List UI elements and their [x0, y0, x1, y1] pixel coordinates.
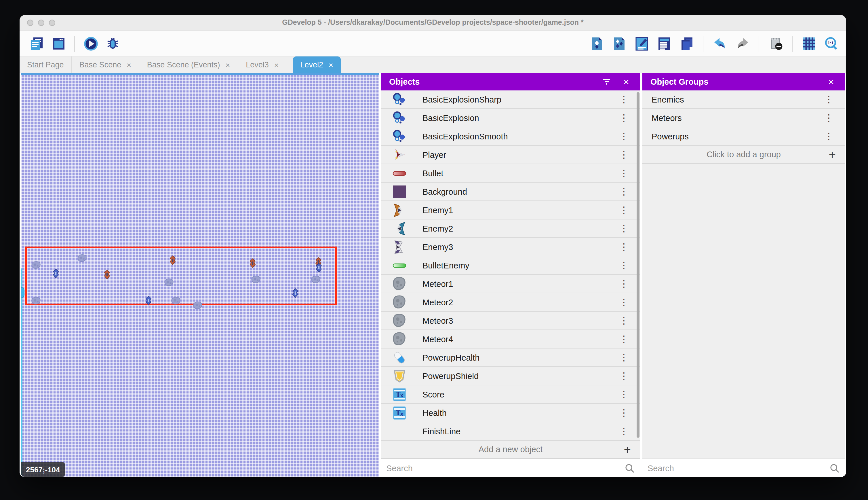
instance-player-pill[interactable]: [21, 287, 24, 298]
object-menu-icon[interactable]: ⋮: [608, 205, 640, 215]
panel-objects-button[interactable]: [589, 36, 605, 51]
objects-search-input[interactable]: [381, 459, 640, 477]
group-menu-icon[interactable]: ⋮: [813, 113, 845, 122]
object-list-item[interactable]: PowerupShield ⋮: [381, 367, 640, 385]
object-menu-icon[interactable]: ⋮: [608, 132, 640, 141]
panel-groups-button[interactable]: [611, 36, 627, 51]
tab-close-icon[interactable]: ✕: [225, 61, 231, 68]
object-list-item[interactable]: Background ⋮: [381, 183, 640, 201]
panel-divider[interactable]: [640, 73, 642, 477]
tab-close-icon[interactable]: ✕: [274, 61, 279, 68]
object-menu-icon[interactable]: ⋮: [608, 427, 640, 436]
scene-canvas[interactable]: 2567;-104: [21, 73, 379, 477]
finish-line-instance[interactable]: [21, 269, 22, 477]
object-list-item[interactable]: Meteor1 ⋮: [381, 275, 640, 293]
tab-close-icon[interactable]: ✕: [126, 61, 131, 68]
close-object-groups-panel-icon[interactable]: ✕: [825, 76, 837, 88]
project-manager-button[interactable]: [29, 36, 44, 51]
instance-meteor[interactable]: [251, 275, 261, 283]
add-group-button[interactable]: Click to add a group +: [642, 146, 845, 163]
play-button[interactable]: [83, 36, 98, 51]
tab-base-scene[interactable]: Base Scene ✕: [72, 56, 140, 73]
tab-close-icon[interactable]: ✕: [328, 61, 333, 68]
instance-meteor[interactable]: [31, 261, 41, 269]
group-name: Enemies: [652, 95, 684, 104]
object-menu-icon[interactable]: ⋮: [608, 390, 640, 399]
instance-meteor[interactable]: [193, 301, 203, 309]
panel-layers-button[interactable]: [679, 36, 694, 51]
object-list-item[interactable]: FinishLine ⋮: [381, 422, 640, 441]
instance-meteor[interactable]: [164, 278, 174, 286]
instance-enemy-blue[interactable]: [315, 263, 322, 273]
object-menu-icon[interactable]: ⋮: [608, 316, 640, 325]
instance-meteor[interactable]: [31, 297, 41, 305]
instance-enemy-blue[interactable]: [145, 296, 152, 306]
object-group-item[interactable]: Enemies ⋮: [642, 90, 845, 109]
group-menu-icon[interactable]: ⋮: [813, 95, 845, 104]
object-list-item[interactable]: Meteor4 ⋮: [381, 330, 640, 349]
object-list-item[interactable]: Enemy2 ⋮: [381, 219, 640, 238]
object-list-item[interactable]: Enemy3 ⋮: [381, 238, 640, 256]
object-menu-icon[interactable]: ⋮: [608, 408, 640, 417]
object-menu-icon[interactable]: ⋮: [608, 150, 640, 159]
filter-icon[interactable]: [601, 76, 612, 88]
instance-meteor[interactable]: [171, 297, 181, 305]
object-list-item[interactable]: PowerupHealth ⋮: [381, 349, 640, 367]
group-menu-icon[interactable]: ⋮: [813, 132, 845, 141]
undo-button[interactable]: [712, 36, 728, 51]
object-list-item[interactable]: Bullet ⋮: [381, 164, 640, 183]
object-list-item[interactable]: Player ⋮: [381, 146, 640, 164]
object-menu-icon[interactable]: ⋮: [608, 224, 640, 233]
instance-enemy-orange[interactable]: [103, 270, 111, 280]
object-name: Enemy1: [422, 205, 453, 215]
tab-level2[interactable]: Level2 ✕: [293, 56, 341, 73]
tab-level3[interactable]: Level3 ✕: [238, 56, 287, 73]
redo-button[interactable]: [735, 36, 750, 51]
object-name: FinishLine: [422, 427, 460, 436]
groups-search-input[interactable]: [642, 459, 845, 477]
add-object-button[interactable]: Add a new object +: [381, 441, 640, 458]
object-list-item[interactable]: BulletEnemy ⋮: [381, 256, 640, 275]
object-group-item[interactable]: Meteors ⋮: [642, 109, 845, 127]
object-menu-icon[interactable]: ⋮: [608, 334, 640, 344]
object-list-item[interactable]: BasicExplosion ⋮: [381, 109, 640, 127]
objects-list-scrollbar[interactable]: [637, 92, 640, 438]
object-list-item[interactable]: Tx Health ⋮: [381, 404, 640, 422]
panel-instances-button[interactable]: [656, 36, 672, 51]
close-objects-panel-icon[interactable]: ✕: [621, 76, 632, 88]
zoom-1-1-button[interactable]: 1:1: [824, 36, 839, 51]
instance-enemy-blue[interactable]: [292, 288, 299, 298]
object-menu-icon[interactable]: ⋮: [608, 169, 640, 178]
tab-base-scene-events-[interactable]: Base Scene (Events) ✕: [140, 56, 238, 73]
object-menu-icon[interactable]: ⋮: [608, 95, 640, 104]
object-menu-icon[interactable]: ⋮: [608, 279, 640, 288]
object-group-item[interactable]: Powerups ⋮: [642, 127, 845, 146]
object-list-item[interactable]: Meteor2 ⋮: [381, 293, 640, 311]
object-menu-icon[interactable]: ⋮: [608, 242, 640, 251]
mask-button[interactable]: [768, 36, 783, 51]
instance-enemy-orange[interactable]: [249, 258, 256, 268]
groups-search-box: [642, 458, 845, 477]
grid-button[interactable]: [801, 36, 817, 51]
object-menu-icon[interactable]: ⋮: [608, 353, 640, 362]
object-list-item[interactable]: BasicExplosionSmooth ⋮: [381, 127, 640, 146]
object-menu-icon[interactable]: ⋮: [608, 261, 640, 270]
titlebar[interactable]: GDevelop 5 - /Users/dkarakay/Documents/G…: [20, 15, 846, 31]
object-list-item[interactable]: Tx Score ⋮: [381, 385, 640, 404]
panel-divider[interactable]: [379, 73, 381, 477]
object-menu-icon[interactable]: ⋮: [608, 297, 640, 307]
object-list-item[interactable]: Enemy1 ⋮: [381, 201, 640, 219]
object-list-item[interactable]: BasicExplosionSharp ⋮: [381, 90, 640, 109]
object-list-item[interactable]: Meteor3 ⋮: [381, 311, 640, 330]
object-menu-icon[interactable]: ⋮: [608, 113, 640, 122]
tab-start-page[interactable]: Start Page: [20, 56, 72, 73]
debug-button[interactable]: [105, 36, 120, 51]
panel-properties-button[interactable]: [634, 36, 649, 51]
instance-enemy-orange[interactable]: [169, 255, 176, 265]
instance-meteor[interactable]: [311, 275, 321, 283]
instance-enemy-blue[interactable]: [52, 269, 60, 279]
preview-window-button[interactable]: [51, 36, 66, 51]
instance-meteor[interactable]: [78, 254, 87, 262]
object-menu-icon[interactable]: ⋮: [608, 187, 640, 196]
object-menu-icon[interactable]: ⋮: [608, 371, 640, 380]
